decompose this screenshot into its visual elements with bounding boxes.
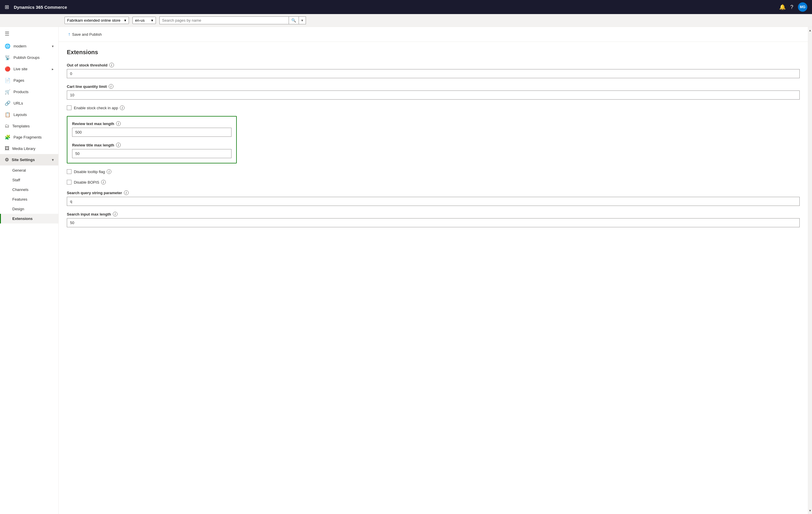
store-chevron: ▾ <box>124 18 126 23</box>
settings-icon: ⚙ <box>5 157 9 162</box>
search-query-info-icon[interactable]: i <box>124 190 128 195</box>
sidebar-item-page-fragments-label: Page Fragments <box>13 135 41 140</box>
sidebar-item-modern[interactable]: 🌐 modern ▾ <box>0 40 58 52</box>
sidebar-item-urls[interactable]: 🔗 URLs <box>0 97 58 109</box>
sub-header: Fabrikam extended online store ▾ en-us ▾… <box>0 14 812 27</box>
main-content: ↑ Save and Publish Extensions Out of sto… <box>59 27 808 514</box>
search-query-field-group: Search query string parameter i <box>67 190 800 206</box>
toolbar: ↑ Save and Publish <box>59 27 808 42</box>
app-title: Dynamics 365 Commerce <box>14 5 775 10</box>
live-icon: 🔴 <box>5 66 10 72</box>
upload-icon: ↑ <box>68 32 70 37</box>
enable-stock-check-row: Enable stock check in app i <box>67 105 800 110</box>
pages-icon: 📄 <box>5 78 10 83</box>
enable-stock-check-label: Enable stock check in app i <box>74 105 124 110</box>
sidebar-item-layouts[interactable]: 📋 Layouts <box>0 109 58 120</box>
live-chevron: ▸ <box>52 67 54 71</box>
sidebar-item-products-label: Products <box>13 90 28 94</box>
enable-stock-info-icon[interactable]: i <box>120 105 124 110</box>
language-selector[interactable]: en-us ▾ <box>133 17 156 24</box>
sidebar-item-publish-groups[interactable]: 📡 Publish Groups <box>0 52 58 63</box>
store-selector[interactable]: Fabrikam extended online store ▾ <box>64 17 129 24</box>
sidebar-item-site-settings-label: Site Settings <box>12 157 35 162</box>
disable-tooltip-label: Disable tooltip flag i <box>74 169 111 174</box>
help-icon[interactable]: ? <box>790 4 793 10</box>
review-title-info-icon[interactable]: i <box>116 143 121 147</box>
enable-stock-check-checkbox[interactable] <box>67 105 71 110</box>
bell-icon[interactable]: 🔔 <box>779 4 786 10</box>
save-publish-label: Save and Publish <box>72 32 102 37</box>
review-title-input[interactable] <box>72 149 232 158</box>
review-text-label: Review text max length i <box>72 121 232 126</box>
sidebar-item-live-site[interactable]: 🔴 Live site ▸ <box>0 63 58 75</box>
scroll-down-button[interactable]: ▼ <box>807 507 812 514</box>
urls-icon: 🔗 <box>5 100 10 106</box>
disable-bopis-info-icon[interactable]: i <box>101 180 106 184</box>
page-search-input[interactable] <box>160 17 289 24</box>
scroll-indicators: ▲ ▼ <box>808 27 812 514</box>
disable-bopis-label: Disable BOPIS i <box>74 180 106 184</box>
review-text-field-group: Review text max length i <box>72 121 232 137</box>
sidebar-item-templates-label: Templates <box>12 124 30 128</box>
scroll-up-button[interactable]: ▲ <box>807 27 812 34</box>
sidebar-item-page-fragments[interactable]: 🧩 Page Fragments <box>0 131 58 143</box>
language-chevron: ▾ <box>151 18 153 23</box>
out-of-stock-label: Out of stock threshold i <box>67 63 800 67</box>
sidebar-item-site-settings[interactable]: ⚙ Site Settings ▾ <box>0 154 58 165</box>
sidebar-item-live-site-label: Live site <box>13 67 28 71</box>
out-of-stock-info-icon[interactable]: i <box>109 63 114 67</box>
main-layout: ☰ 🌐 modern ▾ 📡 Publish Groups 🔴 Live sit… <box>0 27 812 514</box>
media-icon: 🖼 <box>5 146 9 151</box>
menu-toggle[interactable]: ☰ <box>0 27 58 40</box>
store-value: Fabrikam extended online store <box>67 18 120 23</box>
sidebar-item-urls-label: URLs <box>13 101 23 105</box>
search-button[interactable]: 🔍 <box>289 17 299 24</box>
disable-bopis-checkbox[interactable] <box>67 180 71 184</box>
nav-icons: 🔔 ? MG <box>779 2 807 12</box>
cart-line-info-icon[interactable]: i <box>109 84 113 89</box>
grid-icon[interactable]: ⊞ <box>5 4 9 10</box>
sidebar-item-publish-groups-label: Publish Groups <box>13 55 39 60</box>
settings-chevron: ▾ <box>52 158 54 162</box>
sidebar-subitem-extensions[interactable]: Extensions <box>0 214 58 223</box>
review-section: Review text max length i Review title ma… <box>67 116 237 163</box>
sidebar-subitem-design[interactable]: Design <box>0 204 58 214</box>
search-input-max-info-icon[interactable]: i <box>113 212 117 216</box>
disable-bopis-row: Disable BOPIS i <box>67 180 800 184</box>
sidebar-item-media-library[interactable]: 🖼 Media Library <box>0 143 58 154</box>
cart-line-input[interactable] <box>67 91 800 99</box>
sidebar-item-layouts-label: Layouts <box>13 113 27 117</box>
user-avatar[interactable]: MG <box>798 2 807 12</box>
modern-chevron: ▾ <box>52 44 54 48</box>
sidebar-subitem-general[interactable]: General <box>0 165 58 175</box>
search-input-max-input[interactable] <box>67 218 800 227</box>
sidebar-item-products[interactable]: 🛒 Products <box>0 86 58 97</box>
out-of-stock-field-group: Out of stock threshold i <box>67 63 800 78</box>
search-query-label: Search query string parameter i <box>67 190 800 195</box>
top-nav: ⊞ Dynamics 365 Commerce 🔔 ? MG <box>0 0 812 14</box>
disable-tooltip-checkbox[interactable] <box>67 169 71 174</box>
language-value: en-us <box>135 18 145 23</box>
out-of-stock-input[interactable] <box>67 69 800 78</box>
sidebar-subitem-staff[interactable]: Staff <box>0 175 58 185</box>
sidebar-subitem-channels[interactable]: Channels <box>0 185 58 194</box>
disable-tooltip-info-icon[interactable]: i <box>107 169 111 174</box>
publish-icon: 📡 <box>5 55 10 60</box>
products-icon: 🛒 <box>5 89 10 95</box>
review-text-info-icon[interactable]: i <box>116 121 121 126</box>
disable-tooltip-row: Disable tooltip flag i <box>67 169 800 174</box>
sidebar-item-modern-label: modern <box>13 44 26 48</box>
review-text-input[interactable] <box>72 128 232 137</box>
search-query-input[interactable] <box>67 197 800 206</box>
sidebar-item-templates[interactable]: 🗂 Templates <box>0 120 58 131</box>
sidebar-item-pages-label: Pages <box>13 78 24 83</box>
sidebar-item-pages[interactable]: 📄 Pages <box>0 75 58 86</box>
globe-icon: 🌐 <box>5 43 10 49</box>
sidebar-subitem-features[interactable]: Features <box>0 194 58 204</box>
layouts-icon: 📋 <box>5 112 10 117</box>
sidebar: ☰ 🌐 modern ▾ 📡 Publish Groups 🔴 Live sit… <box>0 27 59 514</box>
sidebar-item-media-library-label: Media Library <box>12 146 35 151</box>
review-title-label: Review title max length i <box>72 143 232 147</box>
save-publish-button[interactable]: ↑ Save and Publish <box>66 30 104 39</box>
search-dropdown-button[interactable]: ▾ <box>299 17 306 24</box>
